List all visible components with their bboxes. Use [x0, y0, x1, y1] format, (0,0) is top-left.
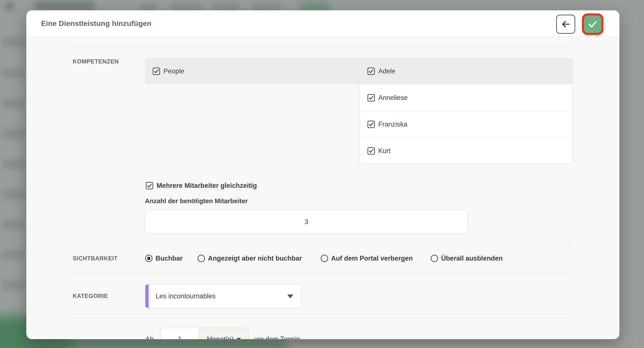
- background-tab-blob: [170, 3, 202, 11]
- radio-label: Angezeigt aber nicht buchbar: [208, 254, 302, 262]
- modal-add-service: Eine Dienstleistung hinzufügen KO: [26, 10, 620, 339]
- leadtime-prefix: Ab: [145, 328, 154, 339]
- check-icon: [368, 122, 374, 127]
- staff-item-anneliese[interactable]: Anneliese: [368, 85, 408, 111]
- background-sidebar-item: [2, 189, 25, 199]
- checkbox[interactable]: [368, 147, 375, 155]
- radio-button[interactable]: [321, 255, 328, 262]
- background-sidebar-item: [2, 129, 25, 139]
- leadtime-unit-value: Monat(e): [207, 335, 234, 339]
- visibility-option-ueberall-ausblenden[interactable]: Überall ausblenden: [431, 254, 503, 262]
- staff-count-label: Anzahl der benötigten Mitarbeiter: [145, 197, 248, 205]
- background-sidebar-item: [2, 99, 25, 109]
- multiple-staff-label: Mehrere Mitarbeiter gleichzeitig: [156, 182, 257, 190]
- competence-group-label: People: [164, 67, 184, 75]
- chevron-down-icon: [287, 294, 293, 298]
- modal-title: Eine Dienstleistung hinzufügen: [41, 10, 152, 37]
- checkbox[interactable]: [368, 121, 375, 128]
- competence-group-band: [145, 58, 573, 84]
- check-icon: [368, 95, 374, 101]
- background-tab-blob: [252, 3, 282, 11]
- staff-count-input[interactable]: 3: [145, 210, 468, 234]
- staff-label: Kurt: [378, 147, 390, 155]
- background-tab-blob: [214, 3, 238, 11]
- checkbox[interactable]: [153, 68, 160, 75]
- sichtbarkeit-label: SICHTBARKEIT: [73, 255, 118, 262]
- arrow-left-icon: [560, 19, 571, 29]
- background-sidebar-item: [2, 37, 25, 47]
- kompetenzen-label: KOMPETENZEN: [73, 58, 119, 65]
- multiple-staff-checkbox-row[interactable]: Mehrere Mitarbeiter gleichzeitig: [146, 181, 257, 190]
- kategorie-label: KATEGORIE: [73, 293, 108, 299]
- section-divider: [73, 245, 573, 245]
- check-icon: [368, 148, 374, 154]
- back-button[interactable]: [556, 15, 575, 34]
- category-accent-bar: [145, 284, 148, 308]
- background-title-blob: [34, 1, 95, 11]
- staff-label: Adele: [378, 67, 395, 75]
- section-divider: [73, 272, 573, 273]
- checkbox[interactable]: [146, 182, 153, 189]
- check-icon: [147, 183, 152, 188]
- background-sidebar-item: [2, 250, 25, 260]
- staff-item-adele[interactable]: Adele: [368, 58, 395, 84]
- radio-label: Buchbar: [156, 254, 183, 262]
- check-icon: [154, 69, 159, 74]
- leadtime-value-input[interactable]: 1: [161, 328, 199, 339]
- background-sidebar-item: [2, 220, 25, 229]
- visibility-option-buchbar[interactable]: Buchbar: [145, 254, 183, 262]
- background-sidebar-item: [2, 280, 25, 290]
- background-sidebar-item: [2, 69, 25, 78]
- modal-header: Eine Dienstleistung hinzufügen: [26, 10, 620, 37]
- leadtime-unit-dropdown[interactable]: Monat(e): [199, 328, 249, 339]
- staff-label: Franziska: [378, 121, 407, 128]
- radio-button[interactable]: [431, 255, 438, 262]
- background-menu-icon: [5, 2, 14, 11]
- section-divider: [73, 48, 573, 48]
- staff-row-divider: [359, 137, 573, 138]
- background-tab-blob: [139, 3, 158, 11]
- staff-item-franziska[interactable]: Franziska: [368, 111, 407, 137]
- leadtime-box: 1 Monat(e): [160, 328, 249, 339]
- radio-label: Überall ausblenden: [441, 254, 503, 262]
- visibility-option-portal-verbergen[interactable]: Auf dem Portal verbergen: [321, 254, 413, 262]
- app-root: Eine Dienstleistung hinzufügen KO: [0, 0, 644, 348]
- background-sidebar-item: [2, 159, 25, 169]
- radio-button[interactable]: [145, 255, 152, 262]
- chevron-down-icon: [236, 338, 241, 339]
- leadtime-suffix: vor dem Termin: [254, 328, 300, 339]
- check-icon: [587, 19, 598, 30]
- category-dropdown[interactable]: Les incontournables: [145, 284, 302, 308]
- checkbox[interactable]: [368, 94, 375, 102]
- background-green-band: [22, 338, 287, 348]
- radio-button[interactable]: [198, 255, 205, 262]
- radio-label: Auf dem Portal verbergen: [331, 254, 413, 262]
- visibility-option-angezeigt[interactable]: Angezeigt aber nicht buchbar: [198, 254, 302, 262]
- section-divider: [73, 317, 573, 318]
- checkbox[interactable]: [368, 68, 375, 75]
- check-icon: [368, 69, 374, 74]
- category-selected-value: Les incontournables: [156, 292, 216, 300]
- competence-group-people[interactable]: People: [153, 58, 184, 84]
- staff-item-kurt[interactable]: Kurt: [368, 138, 390, 164]
- confirm-button[interactable]: [582, 14, 604, 35]
- staff-label: Anneliese: [378, 94, 408, 102]
